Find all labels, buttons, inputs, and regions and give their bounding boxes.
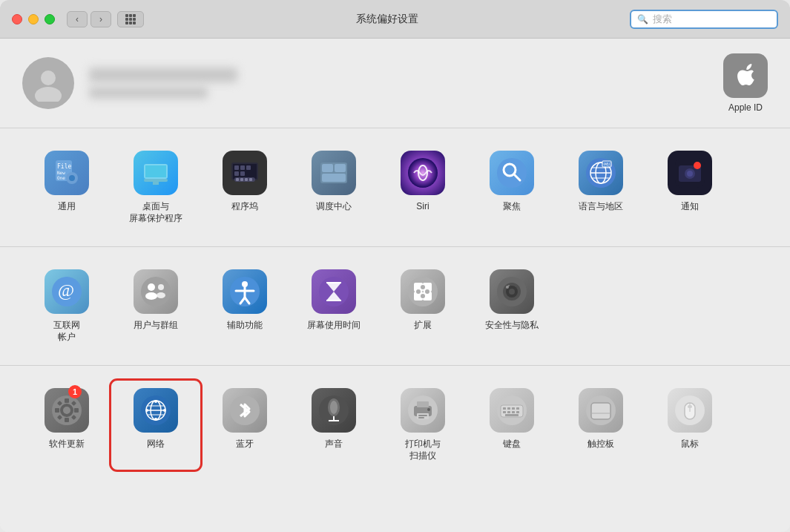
maximize-button[interactable] (45, 14, 55, 24)
svg-text:@: @ (58, 280, 74, 300)
svg-point-17 (69, 175, 75, 181)
svg-point-113 (330, 401, 338, 414)
svg-point-9 (41, 70, 56, 85)
content-area: Apple ID File New (0, 39, 790, 532)
settings-item-security[interactable]: 安全性与隐私 (467, 262, 556, 350)
notification-icon (668, 151, 712, 195)
svg-point-40 (497, 158, 527, 188)
svg-rect-32 (234, 171, 239, 176)
settings-item-accessibility[interactable]: 辅助功能 (200, 262, 289, 350)
grid-view-button[interactable] (117, 11, 144, 27)
svg-rect-132 (512, 411, 515, 413)
screentime-icon (312, 269, 356, 314)
svg-point-56 (694, 162, 701, 169)
language-icon: ABC (579, 151, 623, 195)
back-button[interactable]: ‹ (67, 11, 88, 27)
svg-point-60 (148, 283, 155, 291)
svg-rect-25 (236, 178, 239, 181)
settings-item-spotlight[interactable]: 聚焦 (467, 143, 556, 231)
network-icon (134, 388, 178, 433)
settings-item-extensions[interactable]: 扩展 (378, 262, 467, 350)
mouse-label: 鼠标 (681, 439, 699, 450)
dock-label: 程序坞 (231, 201, 258, 213)
close-button[interactable] (12, 14, 22, 24)
accessibility-label: 辅助功能 (227, 320, 263, 332)
settings-item-keyboard[interactable]: 键盘 (467, 381, 556, 469)
apple-id-label: Apple ID (728, 102, 763, 113)
settings-item-sound[interactable]: 声音 (289, 381, 378, 469)
svg-point-74 (408, 277, 438, 306)
svg-rect-0 (125, 14, 128, 17)
svg-rect-93 (65, 418, 69, 422)
svg-rect-28 (249, 178, 252, 181)
settings-item-notification[interactable]: 通知 (645, 143, 734, 231)
main-window: ‹ › 系统偏好设置 🔍 搜索 (0, 0, 790, 532)
siri-icon (401, 151, 445, 195)
settings-item-internet[interactable]: @ 互联网帐户 (22, 262, 111, 350)
avatar-icon (30, 65, 67, 102)
section-3: 1 软件更新 (0, 366, 790, 484)
settings-item-desktop[interactable]: 桌面与屏幕保护程序 (111, 143, 200, 231)
keyboard-label: 键盘 (503, 439, 521, 450)
svg-point-86 (509, 289, 515, 295)
svg-rect-37 (322, 174, 346, 182)
settings-item-bluetooth[interactable]: 蓝牙 (200, 381, 289, 469)
mission-label: 调度中心 (316, 201, 352, 213)
svg-point-82 (421, 294, 425, 298)
settings-item-software[interactable]: 1 软件更新 (22, 381, 111, 469)
svg-rect-35 (322, 164, 333, 172)
general-icon: File New One (45, 151, 89, 195)
user-info (89, 68, 237, 99)
trackpad-label: 触控板 (587, 439, 614, 450)
internet-label: 互联网帐户 (53, 320, 80, 343)
icon-grid-2: @ 互联网帐户 (22, 262, 768, 350)
settings-item-trackpad[interactable]: 触控板 (556, 381, 645, 469)
svg-rect-4 (129, 18, 132, 21)
bluetooth-icon (223, 388, 267, 433)
user-profile-left (22, 57, 237, 109)
svg-rect-136 (591, 403, 610, 419)
svg-rect-30 (240, 165, 245, 170)
svg-text:One: One (57, 175, 65, 180)
svg-rect-6 (125, 22, 128, 24)
software-label: 软件更新 (49, 439, 85, 450)
settings-item-siri[interactable]: Siri (378, 143, 467, 231)
forward-button[interactable]: › (90, 11, 111, 27)
apple-id-button[interactable]: Apple ID (723, 53, 768, 113)
apple-logo-icon (732, 62, 759, 89)
settings-item-mission[interactable]: 调度中心 (289, 143, 378, 231)
svg-rect-7 (129, 22, 132, 24)
sound-icon (312, 388, 356, 433)
settings-item-mouse[interactable]: 鼠标 (645, 381, 734, 469)
settings-item-network[interactable]: 网络 (111, 381, 200, 469)
minimize-button[interactable] (28, 14, 39, 24)
window-title: 系统偏好设置 (144, 13, 630, 26)
settings-item-users[interactable]: 用户与群组 (111, 262, 200, 350)
svg-rect-129 (516, 407, 519, 410)
svg-rect-27 (245, 178, 248, 181)
svg-text:File: File (57, 163, 71, 170)
apple-logo-box (723, 53, 768, 98)
svg-rect-2 (133, 14, 136, 17)
svg-rect-94 (55, 408, 59, 413)
svg-rect-95 (74, 408, 79, 413)
svg-rect-33 (240, 171, 245, 176)
settings-item-screentime[interactable]: 屏幕使用时间 (289, 262, 378, 350)
settings-item-dock[interactable]: 程序坞 (200, 143, 289, 231)
spotlight-label: 聚焦 (503, 201, 521, 213)
settings-item-printers[interactable]: 打印机与扫描仪 (378, 381, 467, 469)
icon-grid-1: File New One 通用 (22, 143, 768, 231)
settings-item-general[interactable]: File New One 通用 (22, 143, 111, 231)
search-input[interactable]: 搜索 (653, 13, 771, 26)
svg-point-109 (145, 409, 148, 412)
svg-rect-127 (507, 407, 510, 410)
svg-point-106 (154, 400, 157, 403)
mission-icon (312, 151, 356, 195)
settings-item-language[interactable]: ABC 语言与地区 (556, 143, 645, 231)
internet-icon: @ (45, 269, 89, 314)
general-label: 通用 (58, 201, 76, 213)
svg-point-88 (508, 285, 510, 286)
avatar (22, 57, 74, 109)
search-box[interactable]: 🔍 搜索 (630, 10, 778, 29)
trackpad-icon (579, 388, 623, 433)
